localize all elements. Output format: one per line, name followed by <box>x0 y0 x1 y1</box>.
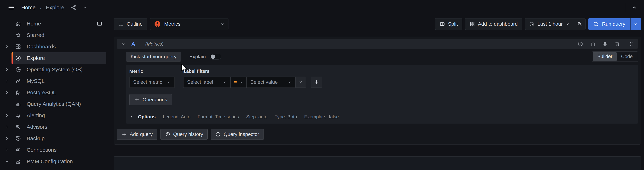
sidebar: Home Starred Dashboards Explore <box>0 15 108 170</box>
bell-icon <box>15 112 21 119</box>
add-label-filter-button[interactable] <box>311 77 322 88</box>
history-icon <box>15 135 21 142</box>
chevron-down-icon <box>288 80 292 84</box>
toggle-knob <box>211 55 215 59</box>
duplicate-query-button[interactable] <box>590 41 596 47</box>
remove-label-filter-button[interactable] <box>296 77 306 88</box>
sidebar-item-dashboards[interactable]: Dashboards <box>12 41 106 52</box>
list-icon <box>118 21 124 27</box>
operator-select[interactable]: = <box>230 77 246 88</box>
option-type: Type: Both <box>275 114 297 120</box>
query-editor-panel: A (Metrics) <box>114 37 641 145</box>
label-select[interactable]: Select label <box>183 77 230 88</box>
add-operation-button[interactable]: Operations <box>129 94 172 105</box>
sidebar-item-home[interactable]: Home <box>12 18 106 29</box>
top-bar: Home › Explore <box>0 0 644 15</box>
hide-response-button[interactable] <box>602 41 608 47</box>
plus-icon <box>134 97 140 102</box>
run-query-label: Run query <box>602 21 625 27</box>
sidebar-item-label: Home <box>26 21 41 27</box>
query-history-button[interactable]: Query history <box>160 129 208 140</box>
mountains-icon <box>15 158 21 165</box>
chevron-down-icon <box>166 80 171 84</box>
add-to-dashboard-button[interactable]: Add to dashboard <box>465 18 522 30</box>
add-query-label: Add query <box>130 131 153 137</box>
dock-menu-button[interactable] <box>96 21 102 26</box>
sidebar-item-label: PMM Configuration <box>26 158 73 165</box>
query-options-row[interactable]: Options Legend: Auto Format: Time series… <box>129 113 634 120</box>
apps-icon <box>15 44 21 50</box>
breadcrumb: Home › Explore <box>21 4 87 10</box>
sidebar-item-explore[interactable]: Explore <box>12 52 106 64</box>
metric-field: Metric Select metric <box>129 69 175 88</box>
sidebar-item-pmm-configuration[interactable]: PMM Configuration <box>12 156 106 167</box>
run-query-button[interactable]: Run query <box>588 18 630 30</box>
sidebar-item-mysql[interactable]: MySQL <box>12 75 106 87</box>
metric-select-placeholder: Select metric <box>133 79 162 85</box>
sidebar-item-label: PostgreSQL <box>26 89 56 95</box>
plus-icon <box>314 80 319 85</box>
chevron-down-icon <box>239 80 243 84</box>
time-range-button[interactable]: Last 1 hour <box>525 18 574 30</box>
mode-builder-option[interactable]: Builder <box>593 52 617 61</box>
mode-code-option[interactable]: Code <box>617 52 637 61</box>
chevron-right-icon <box>5 125 9 129</box>
option-step: Step: auto <box>246 114 268 120</box>
zoom-out-time-button[interactable] <box>574 18 585 30</box>
menu-icon <box>8 4 14 11</box>
breadcrumb-separator: › <box>40 5 42 10</box>
label-filters-field: Label filters Select label = <box>183 69 322 88</box>
query-inspector-button[interactable]: Query inspector <box>211 129 264 140</box>
sidebar-item-label: Backup <box>26 135 44 142</box>
chevron-down-icon <box>5 160 9 163</box>
label-select-placeholder: Select label <box>187 79 213 85</box>
sidebar-item-postgresql[interactable]: PostgreSQL <box>12 87 106 98</box>
chevron-down-icon <box>82 5 87 10</box>
remove-query-button[interactable] <box>614 41 620 47</box>
drag-query-handle[interactable] <box>628 41 634 47</box>
explore-main: Outline Metrics Split Add to dashboard <box>108 15 644 170</box>
sidebar-item-label: Alerting <box>26 112 45 119</box>
sidebar-item-operating-system[interactable]: Operating System (OS) <box>12 64 106 75</box>
sidebar-item-backup[interactable]: Backup <box>12 133 106 144</box>
apps-icon <box>470 21 475 27</box>
kick-start-query-button[interactable]: Kick start your query <box>126 52 181 62</box>
breadcrumb-home[interactable]: Home <box>21 4 36 10</box>
sync-icon <box>593 21 599 27</box>
explore-toolbar: Outline Metrics Split Add to dashboard <box>114 18 641 30</box>
outline-button[interactable]: Outline <box>114 18 147 30</box>
time-picker-group: Last 1 hour <box>525 18 586 30</box>
query-row-header[interactable]: A (Metrics) <box>117 39 638 49</box>
sidebar-item-advisors[interactable]: Advisors <box>12 121 106 133</box>
sidebar-item-starred[interactable]: Starred <box>12 29 106 41</box>
query-header-actions <box>578 41 634 47</box>
query-inspector-label: Query inspector <box>224 131 259 137</box>
topbar-divider <box>625 3 625 12</box>
operations-row: Operations <box>129 94 634 105</box>
chevron-down-icon <box>634 22 638 26</box>
plus-icon <box>122 132 127 137</box>
sidebar-item-alerting[interactable]: Alerting <box>12 110 106 121</box>
share-button[interactable] <box>70 4 76 10</box>
sidebar-item-connections[interactable]: Connections <box>12 144 106 156</box>
run-query-options-caret[interactable] <box>630 18 641 30</box>
sidebar-item-query-analytics[interactable]: Query Analytics (QAN) <box>12 98 106 110</box>
chevron-down-icon <box>220 22 225 26</box>
split-button[interactable]: Split <box>435 18 462 30</box>
history-icon <box>165 132 170 137</box>
breadcrumb-actions-caret[interactable] <box>82 5 87 10</box>
option-format: Format: Time series <box>198 114 239 120</box>
breadcrumb-current: Explore <box>46 4 64 10</box>
metric-select[interactable]: Select metric <box>129 77 175 88</box>
menu-toggle-button[interactable] <box>7 3 15 11</box>
option-exemplars: Exemplars: false <box>304 114 339 120</box>
add-query-button[interactable]: Add query <box>117 129 157 140</box>
chevron-right-icon <box>5 45 9 49</box>
datasource-picker[interactable]: Metrics <box>150 18 228 30</box>
metric-field-label: Metric <box>129 69 175 74</box>
collapse-topbar-button[interactable] <box>632 5 637 10</box>
gauge-icon <box>15 67 21 73</box>
value-select[interactable]: Select value <box>246 77 296 88</box>
explain-toggle[interactable] <box>210 54 221 60</box>
query-help-button[interactable] <box>578 41 583 47</box>
